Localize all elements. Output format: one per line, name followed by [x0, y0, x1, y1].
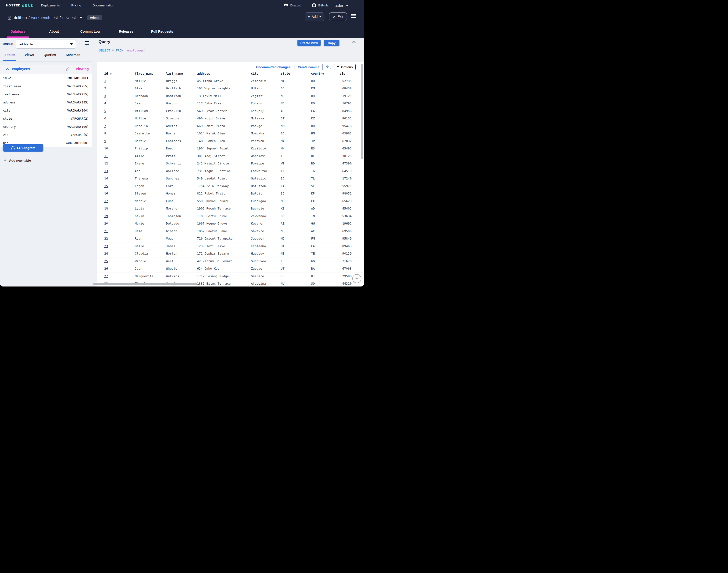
cell-address[interactable]: 42 Zeczum Boulevard — [197, 259, 251, 263]
cell-country[interactable]: TG — [311, 169, 340, 173]
cell-address[interactable]: 669 Femri Plaza — [197, 124, 251, 128]
cell-last_name[interactable]: Sanchez — [166, 176, 197, 180]
cell-city[interactable]: Savevre — [251, 229, 281, 233]
row-id-link[interactable]: 2 — [104, 87, 106, 90]
cell-first_name[interactable]: Gavin — [135, 214, 166, 218]
cell-last_name[interactable]: Burns — [166, 132, 197, 135]
row-id-link[interactable]: 3 — [104, 94, 106, 98]
cell-state[interactable]: MO — [281, 237, 311, 240]
row-id-link[interactable]: 13 — [104, 169, 108, 173]
cell-id[interactable]: 20 — [104, 222, 135, 225]
breadcrumb-database[interactable]: workbench-test — [31, 15, 58, 20]
row-id-link[interactable]: 25 — [104, 259, 108, 263]
cell-id[interactable]: 4 — [104, 102, 135, 105]
cell-country[interactable]: TN — [311, 214, 340, 218]
cell-address[interactable]: 1885 Bitec Terrace — [197, 282, 251, 285]
create-view-button[interactable]: Create View — [297, 40, 321, 46]
cell-zip[interactable]: 62832 — [340, 139, 352, 143]
cell-id[interactable]: 13 — [104, 169, 135, 173]
cell-country[interactable]: CA — [311, 109, 340, 113]
cell-zip[interactable]: 69599 — [340, 229, 352, 233]
cell-city[interactable]: Hotuffoh — [251, 184, 281, 188]
cell-country[interactable]: AD — [311, 207, 340, 210]
cell-state[interactable]: AR — [281, 109, 311, 113]
cell-city[interactable]: Kevare — [251, 222, 281, 225]
cell-zip[interactable]: 95849 — [340, 237, 352, 240]
row-id-link[interactable]: 26 — [104, 267, 108, 270]
cell-state[interactable]: WI — [281, 162, 311, 165]
cell-state[interactable]: IL — [281, 154, 311, 158]
cell-last_name[interactable]: Luna — [166, 199, 197, 203]
cell-id[interactable]: 25 — [104, 259, 135, 263]
cell-address[interactable]: 162 Woptur Heights — [197, 87, 251, 90]
cell-address[interactable]: 13 Teviv Mill — [197, 94, 251, 98]
cell-city[interactable]: Afaceina — [251, 282, 281, 285]
cell-zip[interactable]: 65623 — [340, 199, 352, 203]
cell-address[interactable]: 490 Nozif Drive — [197, 116, 251, 120]
row-id-link[interactable]: 20 — [104, 222, 108, 225]
cell-zip[interactable]: 84956 — [340, 109, 352, 113]
cell-first_name[interactable]: Logan — [135, 184, 166, 188]
cell-city[interactable]: Gulegiic — [251, 176, 281, 180]
cell-city[interactable]: Kioleaho — [251, 244, 281, 248]
cell-state[interactable]: ND — [281, 102, 311, 105]
row-id-link[interactable]: 15 — [104, 184, 108, 188]
vertical-scrollbar-thumb[interactable] — [361, 64, 363, 159]
row-id-link[interactable]: 21 — [104, 229, 108, 233]
cell-country[interactable]: FM — [311, 237, 340, 240]
cell-state[interactable]: NE — [281, 252, 311, 255]
cell-city[interactable]: Baloit — [251, 192, 281, 195]
row-id-link[interactable]: 22 — [104, 237, 108, 240]
row-id-link[interactable]: 7 — [104, 124, 106, 128]
cell-first_name[interactable]: Jean — [135, 102, 166, 105]
cell-zip[interactable]: 71678 — [340, 259, 352, 263]
cell-city[interactable]: Keakpij — [251, 109, 281, 113]
cell-state[interactable]: CT — [281, 116, 311, 120]
cell-state[interactable]: SD — [281, 87, 311, 90]
cell-zip[interactable]: 17240 — [340, 176, 352, 180]
cell-address[interactable]: 1902 Rucuh Terrace — [197, 207, 251, 210]
cell-first_name[interactable]: Alma — [135, 87, 166, 90]
undo-icon[interactable] — [326, 65, 331, 69]
branch-menu-icon[interactable] — [85, 41, 89, 45]
cell-state[interactable]: SD — [281, 192, 311, 195]
row-id-link[interactable]: 4 — [104, 102, 106, 105]
cell-state[interactable]: SC — [281, 176, 311, 180]
cell-last_name[interactable]: Simmons — [166, 116, 197, 120]
cell-city[interactable]: Zewwanaw — [251, 214, 281, 218]
cell-last_name[interactable]: Vega — [166, 237, 197, 240]
cell-first_name[interactable]: Mollie — [135, 116, 166, 120]
cell-address[interactable]: 1717 Fesnoj Ridge — [197, 274, 251, 278]
sidebar-tab-tables[interactable]: Tables — [5, 53, 15, 57]
cell-state[interactable]: HI — [281, 244, 311, 248]
cell-address[interactable]: 172 Jephir Square — [197, 252, 251, 255]
column-header-id[interactable]: id — [104, 72, 135, 75]
cell-first_name[interactable]: Theresa — [135, 176, 166, 180]
cell-city[interactable]: Zigiffi — [251, 94, 281, 98]
cell-first_name[interactable]: Ophelia — [135, 124, 166, 128]
cell-first_name[interactable]: Allie — [135, 154, 166, 158]
cell-zip[interactable]: 45403 — [340, 207, 352, 210]
cell-first_name[interactable]: Brandon — [135, 94, 166, 98]
cell-zip[interactable]: 98051 — [340, 192, 352, 195]
row-id-link[interactable]: 8 — [104, 132, 106, 135]
cell-country[interactable]: KP — [311, 192, 340, 195]
cell-zip[interactable]: 86153 — [340, 116, 352, 120]
branch-select[interactable]: add-table — [16, 40, 76, 49]
cell-id[interactable]: 14 — [104, 176, 135, 180]
cell-last_name[interactable]: Wheeler — [166, 267, 197, 270]
cell-last_name[interactable]: Gomez — [166, 192, 197, 195]
cell-address[interactable]: 1754 Zela Parkway — [197, 184, 251, 188]
cell-last_name[interactable]: Moreno — [166, 207, 197, 210]
cell-zip[interactable]: 29588 — [340, 274, 352, 278]
cell-id[interactable]: 15 — [104, 184, 135, 188]
row-id-link[interactable]: 1 — [104, 79, 106, 83]
cell-id[interactable]: 24 — [104, 252, 135, 255]
cell-id[interactable]: 1 — [104, 79, 135, 83]
cell-city[interactable]: Zupave — [251, 267, 281, 270]
cell-id[interactable]: 7 — [104, 124, 135, 128]
cell-zip[interactable]: 19692 — [340, 222, 352, 225]
cell-country[interactable]: HN — [311, 132, 340, 135]
cell-address[interactable]: 1024 Karak Glen — [197, 132, 251, 135]
cell-first_name[interactable]: Belle — [135, 244, 166, 248]
